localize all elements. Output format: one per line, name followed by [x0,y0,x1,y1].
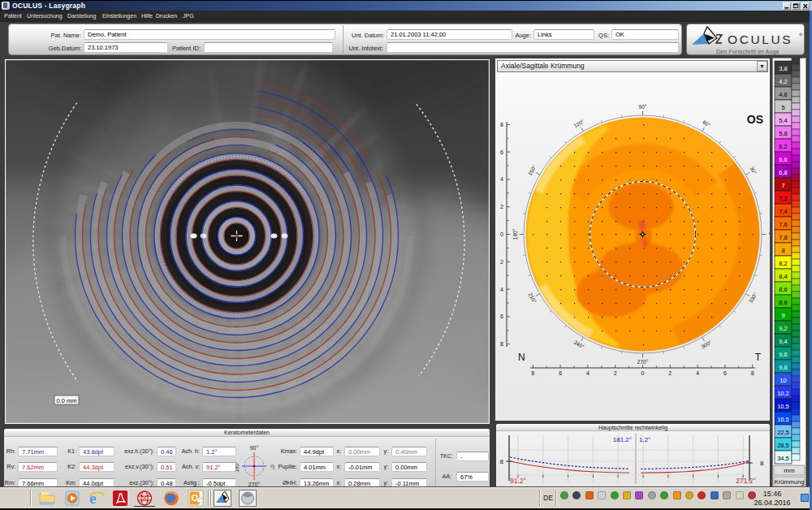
svg-text:6,6: 6,6 [779,156,787,163]
svg-text:60°: 60° [702,119,711,128]
svg-text:6,8: 6,8 [779,169,787,176]
svg-text:22,5: 22,5 [777,429,789,436]
svg-text:4: 4 [586,370,590,376]
svg-text:®: ® [799,32,803,37]
svg-text:0°: 0° [768,231,771,237]
svg-text:9,8: 9,8 [779,364,787,371]
svg-text:180°: 180° [512,228,518,240]
svg-text:8: 8 [500,122,503,128]
svg-text:8: 8 [500,341,503,347]
svg-text:7,8: 7,8 [779,234,787,241]
svg-text:4: 4 [500,287,503,292]
svg-text:7: 7 [781,182,784,189]
svg-text:7,6: 7,6 [779,221,787,228]
svg-text:150°: 150° [527,164,538,176]
svg-text:8: 8 [531,370,534,376]
svg-text:30°: 30° [749,166,758,175]
svg-text:9,6: 9,6 [779,351,787,358]
svg-text:9: 9 [781,312,784,319]
svg-text:210°: 210° [528,292,538,304]
svg-text:10,5: 10,5 [777,403,789,410]
svg-text:7,2: 7,2 [779,195,787,202]
svg-text:9,4: 9,4 [779,338,787,345]
svg-text:91.2°: 91.2° [510,477,526,485]
svg-text:10,2: 10,2 [777,390,789,397]
svg-text:10: 10 [780,377,786,384]
svg-text:Den Fortschritt im Auge: Den Fortschritt im Auge [716,49,780,55]
svg-text:0°: 0° [270,465,274,470]
svg-text:270°: 270° [637,359,649,365]
svg-text:OCULUS: OCULUS [728,32,793,46]
svg-text:2: 2 [668,370,672,376]
svg-text:28,5: 28,5 [777,442,789,449]
svg-text:9,2: 9,2 [779,325,787,332]
svg-text:OS: OS [747,113,763,126]
svg-text:6: 6 [559,370,562,376]
svg-text:T: T [755,352,762,363]
svg-text:2: 2 [500,204,503,210]
svg-text:4,6: 4,6 [779,91,787,98]
svg-text:8: 8 [500,458,504,465]
svg-text:8,8: 8,8 [779,299,787,306]
svg-text:240°: 240° [573,339,585,350]
svg-text:4,2: 4,2 [779,78,787,85]
svg-text:0: 0 [641,370,645,376]
svg-text:1.2°: 1.2° [639,436,650,443]
svg-text:181.2°: 181.2° [613,436,632,443]
svg-text:2: 2 [614,370,617,376]
svg-text:5: 5 [781,104,784,111]
svg-text:6: 6 [500,149,503,155]
svg-text:0.0 mm: 0.0 mm [56,397,76,404]
svg-text:2: 2 [500,259,503,265]
svg-text:8,4: 8,4 [779,273,787,280]
svg-text:7,4: 7,4 [779,208,787,215]
svg-text:4: 4 [500,176,503,182]
svg-text:330°: 330° [748,292,758,304]
svg-text:6,2: 6,2 [779,143,787,150]
svg-text:5,4: 5,4 [779,117,787,124]
svg-text:3,8: 3,8 [779,65,787,72]
svg-text:mm: mm [784,467,795,474]
svg-text:5,8: 5,8 [779,130,787,137]
svg-text:8,2: 8,2 [779,260,787,267]
svg-text:4: 4 [696,370,699,376]
svg-text:N: N [518,352,525,363]
svg-text:6: 6 [723,370,727,376]
svg-text:0: 0 [500,231,503,237]
svg-text:Krümmung: Krümmung [775,478,805,486]
svg-text:8: 8 [760,460,764,467]
svg-text:6: 6 [500,313,503,319]
svg-text:300°: 300° [700,339,712,349]
svg-text:8: 8 [751,370,754,376]
svg-text:180°: 180° [235,461,240,473]
svg-text:16,5: 16,5 [777,416,789,423]
svg-text:120°: 120° [572,118,585,128]
svg-text:8,6: 8,6 [779,286,787,293]
svg-text:34,5: 34,5 [777,455,789,462]
svg-text:90°: 90° [250,445,259,451]
svg-text:271.2°: 271.2° [736,477,756,485]
svg-text:90°: 90° [639,104,647,110]
svg-text:8: 8 [781,247,784,254]
